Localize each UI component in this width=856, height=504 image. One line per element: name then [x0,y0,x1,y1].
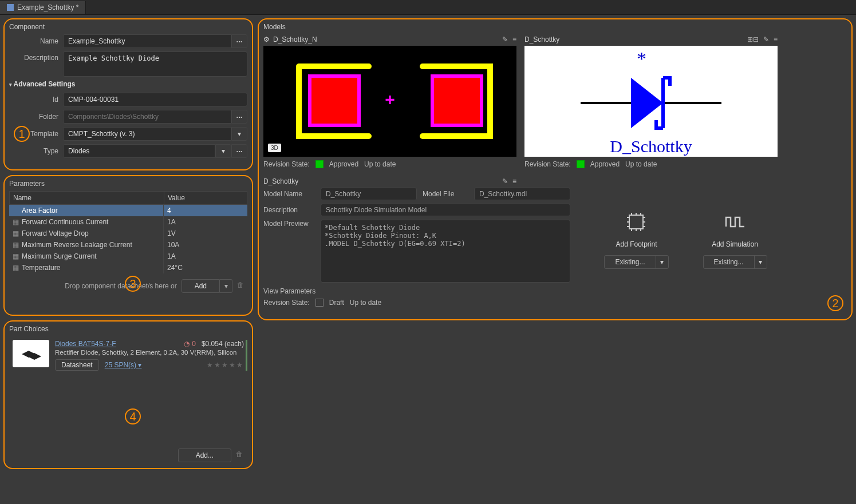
parameters-col-name[interactable]: Name [10,192,164,204]
parameters-col-value[interactable]: Value [164,192,247,204]
svg-marker-7 [631,78,663,128]
part-description: Rectifier Diode, Schottky, 2 Element, 0.… [55,348,244,357]
component-panel-title: Component [9,23,247,31]
advanced-settings-toggle[interactable]: Advanced Settings [9,80,247,88]
badge-4: 4 [125,408,141,424]
name-input[interactable] [63,34,231,48]
footprint-canvas[interactable]: + 1 2 3D [263,46,516,157]
simulation-model-panel: D_Schottky ✎ ≡ Model Name Model File Des [263,176,516,307]
3d-toggle[interactable]: 3D [268,144,281,152]
model-preview-label: Model Preview [263,220,315,228]
add-part-button[interactable]: Add... [178,449,231,462]
name-label: Name [9,37,58,45]
trash-icon[interactable]: 🗑 [237,281,247,291]
rev-state-approved: Approved [590,160,620,168]
rev-state-draft: Draft [329,299,344,307]
svg-rect-9 [629,215,643,229]
template-select[interactable] [63,127,231,141]
type-select[interactable] [63,144,215,158]
model-name-input[interactable] [321,188,417,200]
badge-3: 3 [125,276,141,292]
name-ellipsis-button[interactable]: ··· [231,34,247,48]
rev-state-uptodate: Up to date [350,299,381,307]
rev-state-uptodate: Up to date [625,160,657,168]
add-footprint-label: Add Footprint [616,240,657,248]
view-parameters-link[interactable]: View Parameters [263,287,516,295]
parameters-panel-title: Parameters [9,180,247,188]
footprint-preview: ⚙ D_Schottky_N ✎ ≡ [263,34,516,168]
part-rating[interactable]: ★★★★★ [207,361,244,369]
add-parameter-button[interactable]: Add [182,279,220,293]
parameter-row[interactable]: Area Factor4 [9,205,247,216]
type-dropdown-caret[interactable]: ▾ [215,144,231,158]
edit-icon[interactable]: ✎ [763,35,769,43]
rev-state-indicator [577,160,585,168]
folder-ellipsis-button[interactable]: ··· [231,110,247,124]
symbol-canvas[interactable]: * D_Schottky [524,46,778,157]
spn-link[interactable]: 25 SPN(s) ▾ [105,361,142,369]
component-icon [7,4,14,11]
parameter-row[interactable]: ▦Maximum Reverse Leakage Current10A [9,239,247,251]
parameter-row[interactable]: ▦Maximum Surge Current1A [9,251,247,262]
sim-desc-label: Description [263,206,315,214]
sim-title: D_Schottky [263,177,298,185]
add-footprint-existing[interactable]: Existing...▾ [604,255,668,269]
add-parameter-caret[interactable]: ▾ [220,279,232,293]
datasheet-button[interactable]: Datasheet [55,359,99,371]
folder-input[interactable] [63,110,231,124]
parameter-row[interactable]: ▦Forward Continuous Current1A [9,216,247,228]
edit-icon[interactable]: ✎ [502,35,508,43]
menu-icon[interactable]: ≡ [774,35,778,43]
add-simulation-existing[interactable]: Existing...▾ [703,255,767,269]
add-simulation-tile: Add Simulation Existing...▾ [703,211,767,269]
rev-state-label: Revision State: [263,299,310,307]
rev-state-label: Revision State: [263,160,310,168]
footprint-title: D_Schottky_N [273,35,317,43]
add-footprint-tile: Add Footprint Existing...▾ [604,211,668,269]
menu-icon[interactable]: ≡ [512,35,516,43]
rev-state-uptodate: Up to date [364,160,396,168]
parameters-body: Area Factor4▦Forward Continuous Current1… [9,205,247,273]
models-panel-title: Models [263,23,847,31]
menu-icon[interactable]: ≡ [512,177,516,185]
description-label: Description [9,51,58,62]
stock-value: 0 [192,340,196,348]
symbol-preview: D_Schottky ⊞⊟ ✎ ≡ * [524,34,778,168]
parameter-row[interactable]: ▦Temperature24°C [9,262,247,273]
model-file-label: Model File [423,190,468,198]
simulation-icon [724,211,747,233]
part-trash-icon[interactable]: 🗑 [236,450,246,461]
tab-example-schottky[interactable]: Example_Schottky * [0,1,86,14]
models-panel: Models 2 ⚙ D_Schottky_N ✎ ≡ [258,18,853,320]
pinmap-icon[interactable]: ⊞⊟ [747,35,759,43]
tab-title: Example_Schottky * [17,3,78,11]
type-ellipsis-button[interactable]: ··· [231,144,247,158]
component-panel: Component 1 Name ··· Description Example… [3,18,253,170]
edit-icon[interactable]: ✎ [502,177,508,185]
part-card[interactable]: Diodes BAT54S-7-F ◔ 0 $0.054 (each) Rect… [9,336,247,374]
svg-text:+: + [385,90,395,109]
datasheet-drop-hint: Drop component datasheet/s here or [65,282,176,290]
description-input[interactable]: Example Schottky Diode [63,51,247,77]
part-price: $0.054 (each) [202,340,244,348]
id-label: Id [9,96,58,104]
part-choices-panel: Part Choices 4 Diodes BAT54S-7-F ◔ 0 $0.… [3,320,253,469]
parameter-row[interactable]: ▦Forward Voltage Drop1V [9,228,247,239]
parameters-header: Name Value [9,191,247,205]
part-link[interactable]: Diodes BAT54S-7-F [55,340,116,348]
badge-1: 1 [14,126,30,142]
part-availability-bar [246,340,247,371]
svg-text:D_Schottky: D_Schottky [610,137,692,156]
rev-state-indicator [315,160,324,168]
template-dropdown-caret[interactable]: ▾ [231,127,247,141]
id-input[interactable] [63,93,247,106]
model-name-label: Model Name [263,190,315,198]
add-simulation-label: Add Simulation [712,240,758,248]
part-thumbnail [13,340,49,367]
tab-bar: Example_Schottky * [0,0,856,15]
type-label: Type [9,147,58,155]
footprint-icon [625,211,648,233]
rev-state-approved: Approved [329,160,358,168]
stock-icon: ◔ [184,340,190,348]
rev-state-label: Revision State: [524,160,571,168]
